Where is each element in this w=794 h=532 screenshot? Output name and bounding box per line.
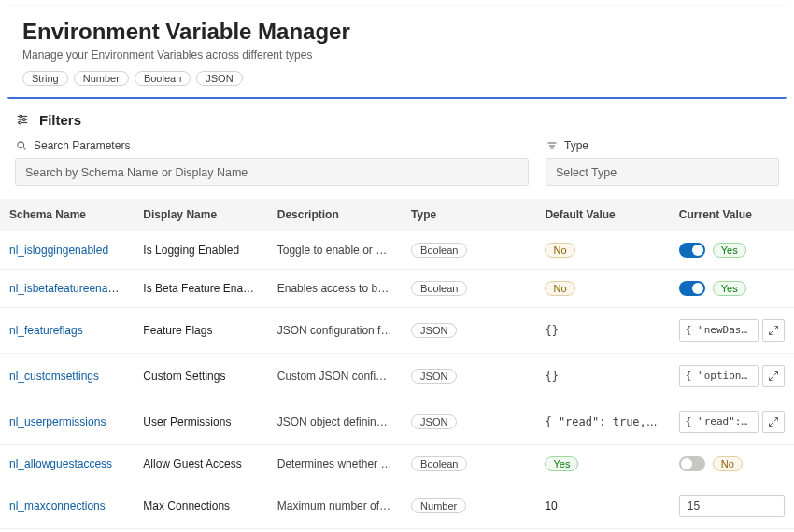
search-input[interactable]: Search by Schema Name or Display Name (15, 158, 529, 186)
filter-icon (546, 139, 559, 152)
table-row: nl_isloggingenabledIs Logging EnabledTog… (0, 231, 794, 269)
filters-title: Filters (39, 112, 81, 128)
type-pill: Boolean (411, 243, 467, 258)
default-value: Yes (535, 444, 669, 483)
tag-json[interactable]: JSON (196, 71, 242, 86)
svg-point-1 (20, 115, 22, 118)
current-value: Yes (670, 269, 794, 307)
tag-boolean[interactable]: Boolean (135, 71, 191, 86)
default-value: 10 (535, 483, 669, 528)
th-type[interactable]: Type (402, 199, 535, 231)
table-row: nl_userpermissionsUser PermissionsJSON o… (0, 399, 794, 444)
th-default[interactable]: Default Value (535, 199, 669, 231)
th-schema[interactable]: Schema Name (0, 199, 134, 231)
search-icon (15, 139, 28, 152)
description: Toggle to enable or disabl... (268, 231, 402, 269)
default-json: { "read": true, "write": false, "del (545, 415, 669, 428)
type-pill: JSON (411, 323, 457, 338)
description: JSON object defining user ... (268, 399, 402, 444)
schema-link[interactable]: nl_isbetafeatureenabled (9, 282, 129, 295)
svg-point-5 (19, 121, 21, 124)
expand-icon (768, 416, 779, 427)
table-header-row: Schema Name Display Name Description Typ… (0, 199, 794, 231)
type-label-row: Type (546, 139, 779, 152)
schema-link[interactable]: nl_userpermissions (9, 415, 106, 428)
json-value-input[interactable]: { "optionA": "value1", "op (679, 365, 759, 387)
default-no-pill: No (545, 243, 574, 258)
table-row: nl_maxconnectionsMax ConnectionsMaximum … (0, 483, 794, 528)
header-card: Environment Variable Manager Manage your… (7, 6, 787, 99)
th-display[interactable]: Display Name (134, 199, 267, 231)
description: JSON configuration for var... (268, 307, 402, 353)
page-subtitle: Manage your Environment Variables across… (22, 49, 772, 62)
description: Maximum number of simu... (268, 483, 402, 528)
type-pill: Boolean (411, 281, 467, 296)
filters-header: Filters (0, 99, 794, 133)
expand-json-button[interactable] (762, 319, 785, 342)
default-no-pill: No (545, 281, 574, 296)
expand-json-button[interactable] (762, 365, 785, 387)
toggle-switch[interactable] (679, 281, 705, 296)
toggle-yes-pill: Yes (713, 281, 746, 296)
type-pill: JSON (411, 414, 457, 429)
display-name: Is Beta Feature Enabled (134, 269, 267, 307)
svg-point-3 (22, 119, 25, 121)
search-label: Search Parameters (34, 139, 130, 152)
description: Determines whether guest... (268, 444, 402, 483)
display-name: User Permissions (134, 399, 267, 444)
default-value: No (535, 269, 669, 307)
schema-link[interactable]: nl_allowguestaccess (9, 457, 112, 470)
current-value: { "read": true, "write": tru (670, 399, 794, 444)
th-current[interactable]: Current Value (670, 199, 794, 231)
json-value-input[interactable]: { "read": true, "write": tru (679, 411, 759, 433)
current-value: { "optionA": "value1", "op (670, 353, 794, 399)
type-pill: JSON (411, 369, 457, 384)
display-name: Feature Flags (134, 307, 267, 353)
default-value: { "read": true, "write": false, "del (535, 399, 669, 444)
current-value: Yes (670, 231, 794, 269)
expand-json-button[interactable] (762, 411, 785, 433)
default-json: {} (545, 324, 558, 337)
type-label: Type (564, 139, 588, 152)
expand-icon (768, 371, 779, 382)
toggle-switch[interactable] (679, 243, 705, 258)
tag-number[interactable]: Number (74, 71, 129, 86)
default-value: No (535, 231, 669, 269)
th-desc[interactable]: Description (268, 199, 402, 231)
toggle-switch[interactable] (679, 456, 705, 471)
display-name: Custom Settings (134, 353, 267, 399)
current-value: No (670, 444, 794, 483)
type-tags: String Number Boolean JSON (22, 71, 772, 86)
toggle-no-pill: No (713, 456, 743, 471)
expand-icon (768, 325, 779, 336)
table-row: nl_isbetafeatureenabledIs Beta Feature E… (0, 269, 794, 307)
table-row: nl_featureflagsFeature FlagsJSON configu… (0, 307, 794, 353)
schema-link[interactable]: nl_customsettings (9, 370, 99, 383)
number-value-input[interactable]: 15 (679, 495, 785, 517)
type-pill: Number (411, 498, 466, 513)
default-value: {} (535, 353, 669, 399)
type-pill: Boolean (411, 456, 467, 471)
filter-type: Type Select Type (546, 139, 779, 186)
type-select[interactable]: Select Type (546, 158, 779, 186)
schema-link[interactable]: nl_featureflags (9, 324, 83, 337)
tag-string[interactable]: String (22, 71, 68, 86)
description: Enables access to beta fea... (268, 269, 402, 307)
schema-link[interactable]: nl_isloggingenabled (9, 244, 108, 257)
svg-line-7 (23, 147, 25, 149)
search-label-row: Search Parameters (15, 139, 529, 152)
description: Custom JSON configuratio... (268, 353, 402, 399)
default-value: {} (535, 307, 669, 353)
toggle-yes-pill: Yes (713, 243, 746, 258)
schema-link[interactable]: nl_maxconnections (9, 499, 106, 512)
default-json: {} (545, 370, 558, 383)
json-value-input[interactable]: { "newDashboadrd": true (679, 319, 759, 342)
svg-point-6 (18, 142, 24, 148)
filters-icon (15, 112, 30, 127)
variables-table: Schema Name Display Name Description Typ… (0, 199, 794, 529)
display-name: Is Logging Enabled (134, 231, 267, 269)
filter-search: Search Parameters Search by Schema Name … (15, 139, 529, 186)
display-name: Allow Guest Access (134, 444, 267, 483)
table-row: nl_customsettingsCustom SettingsCustom J… (0, 353, 794, 399)
current-value: { "newDashboadrd": true (670, 307, 794, 353)
